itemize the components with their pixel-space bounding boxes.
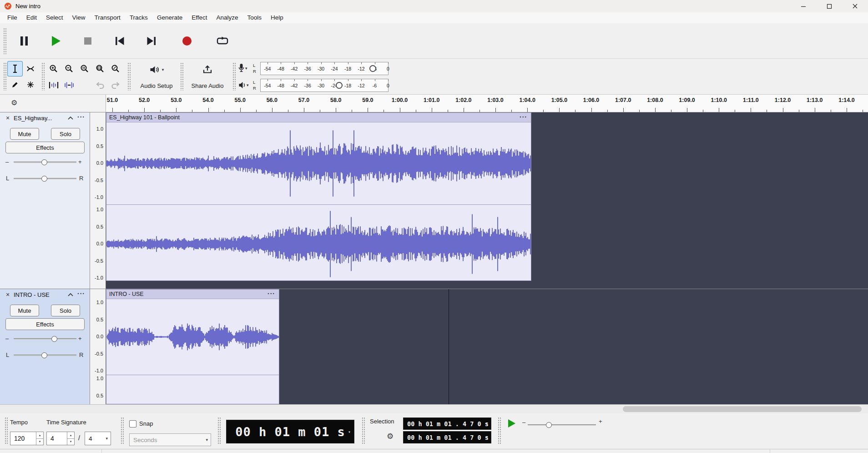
effects-button[interactable]: Effects	[5, 142, 85, 153]
audio-position-display[interactable]: 00 h 01 m 01 s ▾	[226, 420, 354, 443]
loop-button[interactable]	[209, 28, 236, 54]
snap-mode-select[interactable]: Seconds ▾	[129, 433, 211, 446]
clip-title-bar[interactable]: INTRO - USE ···	[106, 290, 279, 299]
stop-button[interactable]	[75, 28, 101, 54]
silence-audio-button[interactable]	[61, 77, 77, 93]
effects-button[interactable]: Effects	[5, 318, 85, 330]
fit-selection-button[interactable]	[77, 61, 92, 76]
horizontal-scrollbar[interactable]	[0, 404, 868, 413]
menu-help[interactable]: Help	[266, 12, 288, 23]
vertical-scale-ruler[interactable]: 1.00.50.0-0.5-1.0 1.00.5	[90, 289, 106, 404]
menu-effect[interactable]: Effect	[187, 12, 212, 23]
clip-menu-icon[interactable]: ···	[267, 290, 275, 298]
fit-project-button[interactable]	[92, 61, 108, 76]
tempo-input[interactable]: 120 ▴ ▾	[10, 432, 44, 445]
scrollbar-thumb[interactable]	[623, 406, 862, 412]
spin-down-icon[interactable]: ▾	[36, 439, 43, 445]
spin-up-icon[interactable]: ▴	[67, 432, 74, 439]
track-menu-icon[interactable]: ···	[77, 113, 85, 121]
zoom-toggle-button[interactable]	[108, 61, 123, 76]
speed-slider-thumb[interactable]	[546, 422, 552, 428]
track-name[interactable]: INTRO - USE	[14, 291, 65, 298]
recording-meter-bar[interactable]: -54-48-42-36-30-24-18-12-60	[260, 62, 389, 75]
audio-clip[interactable]: ES_Highway 101 - Ballpoint ···	[106, 112, 531, 281]
snap-checkbox[interactable]	[129, 420, 136, 428]
selection-gear-icon[interactable]: ⚙	[387, 433, 394, 440]
minimize-button[interactable]	[790, 0, 816, 12]
clip-title-bar[interactable]: ES_Highway 101 - Ballpoint ···	[106, 113, 531, 122]
menu-transport[interactable]: Transport	[90, 12, 125, 23]
collapse-chevron-icon[interactable]	[67, 116, 74, 120]
clip-menu-icon[interactable]: ···	[520, 113, 527, 122]
pan-slider-thumb[interactable]	[41, 352, 47, 358]
close-button[interactable]	[842, 0, 868, 12]
gain-slider-thumb[interactable]	[51, 336, 57, 342]
draw-tool-button[interactable]	[7, 77, 23, 92]
selection-tool-button[interactable]	[7, 61, 23, 76]
record-button[interactable]	[174, 28, 200, 54]
timeline-gear-icon[interactable]: ⚙	[11, 99, 17, 107]
menu-file[interactable]: File	[3, 12, 22, 23]
toolbar-grip[interactable]	[232, 62, 236, 91]
toolbar-grip[interactable]	[41, 62, 45, 91]
skip-to-end-button[interactable]	[138, 28, 165, 54]
pause-button[interactable]	[11, 28, 37, 54]
timeline-ruler[interactable]: 51.052.053.054.055.056.057.058.059.01:00…	[106, 95, 868, 112]
gain-slider-thumb[interactable]	[41, 159, 47, 165]
pan-slider-thumb[interactable]	[41, 176, 47, 182]
record-volume-thumb[interactable]	[369, 65, 376, 72]
audio-setup-button[interactable]: ▾ Audio Setup	[133, 61, 180, 92]
share-audio-button[interactable]: Share Audio	[186, 61, 229, 92]
play-button[interactable]	[43, 28, 69, 54]
envelope-tool-button[interactable]	[23, 61, 38, 76]
selection-start-display[interactable]: 00 h 01 m 01 . 4 7 0 s ▾	[403, 417, 491, 430]
track-close-icon[interactable]: ×	[4, 114, 12, 122]
multi-tool-button[interactable]	[23, 77, 38, 92]
toolbar-grip[interactable]	[362, 417, 365, 444]
trim-audio-button[interactable]	[46, 77, 61, 93]
playback-volume-thumb[interactable]	[336, 82, 343, 89]
menu-select[interactable]: Select	[41, 12, 68, 23]
toolbar-grip[interactable]	[180, 62, 184, 91]
solo-button[interactable]: Solo	[51, 128, 80, 140]
spin-up-icon[interactable]: ▴	[36, 432, 43, 439]
time-signature-upper-input[interactable]: 4 ▴ ▾	[46, 432, 75, 445]
track-content[interactable]: INTRO - USE ···	[106, 289, 868, 404]
track-content[interactable]: ES_Highway 101 - Ballpoint ···	[106, 112, 868, 289]
playback-meter-bar[interactable]: -54-48-42-36-30-24-18-12-60	[260, 79, 389, 92]
menu-generate[interactable]: Generate	[152, 12, 187, 23]
mute-button[interactable]: Mute	[10, 128, 39, 140]
solo-button[interactable]: Solo	[51, 305, 80, 316]
menu-view[interactable]: View	[68, 12, 90, 23]
time-signature-lower-select[interactable]: 4 ▾	[85, 432, 111, 445]
tempo-spinner[interactable]: ▴ ▾	[36, 432, 43, 445]
play-at-speed-button[interactable]	[504, 417, 520, 430]
spin-down-icon[interactable]: ▾	[67, 439, 74, 445]
zoom-out-button[interactable]	[61, 61, 77, 76]
menu-tracks[interactable]: Tracks	[125, 12, 152, 23]
zoom-in-button[interactable]	[46, 61, 61, 76]
playback-speed-slider[interactable]	[528, 424, 596, 426]
track-close-icon[interactable]: ×	[4, 290, 12, 299]
playback-meter[interactable]: ▾ L R -54-48-42-36-30-24-18-12-60	[238, 79, 389, 92]
menu-tools[interactable]: Tools	[242, 12, 266, 23]
maximize-button[interactable]	[816, 0, 842, 12]
toolbar-grip[interactable]	[121, 417, 124, 444]
redo-button[interactable]	[108, 77, 123, 93]
audio-clip[interactable]: INTRO - USE ···	[106, 289, 279, 404]
menu-analyze[interactable]: Analyze	[212, 12, 242, 23]
toolbar-grip[interactable]	[3, 62, 7, 91]
recording-meter[interactable]: ▾ L R -54-48-42-36-30-24-18-12-60	[238, 62, 389, 76]
track-name[interactable]: ES_Highway...	[14, 115, 65, 122]
menu-edit[interactable]: Edit	[22, 12, 41, 23]
toolbar-grip[interactable]	[127, 62, 131, 91]
toolbar-grip[interactable]	[5, 417, 8, 444]
skip-to-start-button[interactable]	[106, 28, 133, 54]
vertical-scale-ruler[interactable]: 1.00.50.0-0.5-1.0 1.00.50.0-0.5-1.0	[90, 112, 106, 289]
collapse-chevron-icon[interactable]	[67, 293, 74, 297]
toolbar-grip[interactable]	[3, 28, 7, 54]
toolbar-grip[interactable]	[217, 417, 221, 444]
gain-slider[interactable]	[14, 338, 76, 340]
undo-button[interactable]	[92, 77, 108, 93]
toolbar-grip[interactable]	[498, 417, 501, 444]
